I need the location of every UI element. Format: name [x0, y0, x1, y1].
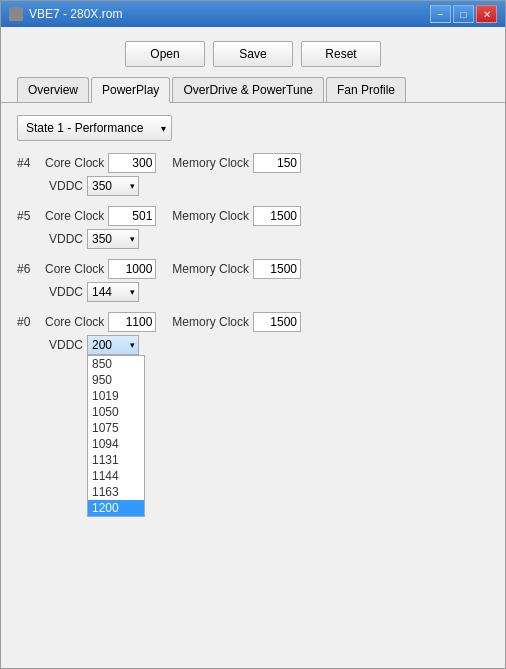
tab-powerplay[interactable]: PowerPlay — [91, 77, 170, 103]
state-select[interactable]: State 1 - Performance — [17, 115, 172, 141]
title-bar-left: VBE7 - 280X.rom — [9, 7, 122, 21]
tab-fan[interactable]: Fan Profile — [326, 77, 406, 102]
state-5-row1: #5 Core Clock Memory Clock — [17, 206, 489, 226]
tab-overdrive[interactable]: OverDrive & PowerTune — [172, 77, 324, 102]
state-0-vddc-select-open[interactable]: 200 — [87, 335, 139, 355]
dropdown-item-1144[interactable]: 1144 — [88, 468, 144, 484]
state-4-core-label: Core Clock — [45, 156, 104, 170]
close-button[interactable]: ✕ — [476, 5, 497, 23]
state-0-row2: VDDC 200 850 950 1019 1050 1075 1094 113… — [49, 335, 489, 355]
main-window: VBE7 - 280X.rom − □ ✕ Open Save Reset Ov… — [0, 0, 506, 669]
state-6-row2: VDDC 144 — [49, 282, 489, 302]
state-5-mem-label: Memory Clock — [172, 209, 249, 223]
state-0-vddc-label: VDDC — [49, 338, 83, 352]
state-5-row2: VDDC 350 — [49, 229, 489, 249]
dropdown-item-1094[interactable]: 1094 — [88, 436, 144, 452]
state-block-4: #4 Core Clock Memory Clock VDDC 350 — [17, 153, 489, 196]
state-0-vddc-open-wrapper: 200 850 950 1019 1050 1075 1094 1131 114… — [87, 335, 139, 355]
state-6-mem-input[interactable] — [253, 259, 301, 279]
state-5-core-label: Core Clock — [45, 209, 104, 223]
state-4-vddc-select[interactable]: 350 — [87, 176, 139, 196]
state-4-row2: VDDC 350 — [49, 176, 489, 196]
state-4-vddc-wrapper: 350 — [87, 176, 139, 196]
state-6-row1: #6 Core Clock Memory Clock — [17, 259, 489, 279]
reset-button[interactable]: Reset — [301, 41, 381, 67]
state-0-row1: #0 Core Clock Memory Clock — [17, 312, 489, 332]
state-4-num: #4 — [17, 156, 45, 170]
state-0-num: #0 — [17, 315, 45, 329]
state-6-vddc-label: VDDC — [49, 285, 83, 299]
dropdown-item-1200[interactable]: 1200 — [88, 500, 144, 516]
state-6-num: #6 — [17, 262, 45, 276]
tab-overview[interactable]: Overview — [17, 77, 89, 102]
dropdown-item-1163[interactable]: 1163 — [88, 484, 144, 500]
state-4-mem-label: Memory Clock — [172, 156, 249, 170]
title-controls: − □ ✕ — [430, 5, 497, 23]
toolbar: Open Save Reset — [1, 27, 505, 77]
state-0-mem-input[interactable] — [253, 312, 301, 332]
state-5-core-input[interactable] — [108, 206, 156, 226]
open-button[interactable]: Open — [125, 41, 205, 67]
state-5-mem-input[interactable] — [253, 206, 301, 226]
dropdown-item-1131[interactable]: 1131 — [88, 452, 144, 468]
state-4-core-input[interactable] — [108, 153, 156, 173]
state-6-mem-label: Memory Clock — [172, 262, 249, 276]
state-4-vddc-label: VDDC — [49, 179, 83, 193]
dropdown-item-1019[interactable]: 1019 — [88, 388, 144, 404]
state-0-core-input[interactable] — [108, 312, 156, 332]
state-5-num: #5 — [17, 209, 45, 223]
state-5-vddc-wrapper: 350 — [87, 229, 139, 249]
state-4-mem-input[interactable] — [253, 153, 301, 173]
app-icon — [9, 7, 23, 21]
state-6-core-label: Core Clock — [45, 262, 104, 276]
state-6-vddc-wrapper: 144 — [87, 282, 139, 302]
dropdown-item-850[interactable]: 850 — [88, 356, 144, 372]
title-bar: VBE7 - 280X.rom − □ ✕ — [1, 1, 505, 27]
maximize-button[interactable]: □ — [453, 5, 474, 23]
state-6-vddc-select[interactable]: 144 — [87, 282, 139, 302]
state-dropdown-wrapper: State 1 - Performance — [17, 115, 172, 141]
state-block-5: #5 Core Clock Memory Clock VDDC 350 — [17, 206, 489, 249]
dropdown-item-1075[interactable]: 1075 — [88, 420, 144, 436]
state-block-0: #0 Core Clock Memory Clock VDDC 200 850 … — [17, 312, 489, 355]
dropdown-item-1050[interactable]: 1050 — [88, 404, 144, 420]
state-0-mem-label: Memory Clock — [172, 315, 249, 329]
minimize-button[interactable]: − — [430, 5, 451, 23]
state-dropdown-container: State 1 - Performance — [17, 115, 489, 141]
window-title: VBE7 - 280X.rom — [29, 7, 122, 21]
state-6-core-input[interactable] — [108, 259, 156, 279]
save-button[interactable]: Save — [213, 41, 293, 67]
dropdown-item-950[interactable]: 950 — [88, 372, 144, 388]
state-0-core-label: Core Clock — [45, 315, 104, 329]
state-4-row1: #4 Core Clock Memory Clock — [17, 153, 489, 173]
tab-bar: Overview PowerPlay OverDrive & PowerTune… — [1, 77, 505, 103]
state-5-vddc-select[interactable]: 350 — [87, 229, 139, 249]
state-block-6: #6 Core Clock Memory Clock VDDC 144 — [17, 259, 489, 302]
vddc-dropdown-list: 850 950 1019 1050 1075 1094 1131 1144 11… — [87, 355, 145, 517]
content-area: State 1 - Performance #4 Core Clock Memo… — [1, 103, 505, 668]
state-5-vddc-label: VDDC — [49, 232, 83, 246]
